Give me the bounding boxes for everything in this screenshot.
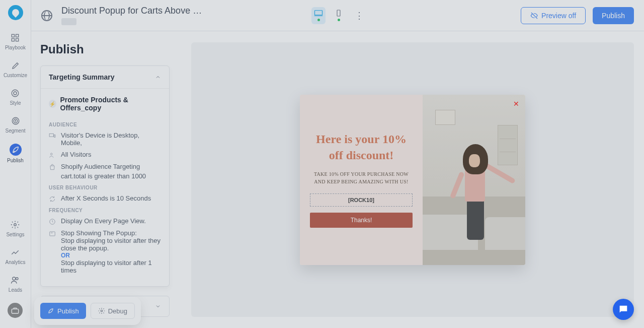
left-rail: Playbook Customize Style Segment Publish… [0, 0, 31, 328]
line-text: Display On Every Page View. [61, 217, 146, 225]
preview-canvas: Here is your 10% off discount! Take 10% … [191, 42, 634, 317]
line-text: Visitor's Device is Desktop, Mobile, [61, 132, 161, 147]
targeting-summary-header[interactable]: Targeting Summary [41, 66, 169, 88]
svg-rect-19 [50, 232, 55, 236]
rocket-icon [47, 307, 54, 314]
frequency-display-line: Display On Every Page View. [49, 217, 161, 225]
rocket-icon [10, 144, 22, 156]
svg-point-4 [12, 90, 19, 97]
promo-name: Promote Products & Offers_copy [60, 96, 161, 112]
targeting-card: Targeting Summary ⚡ Promote Products & O… [40, 65, 170, 287]
promo-row: ⚡ Promote Products & Offers_copy [49, 89, 161, 117]
rail-label: Publish [7, 158, 24, 163]
behaviour-after-line: After X Seconds is 10 Seconds [49, 194, 161, 203]
popup-subtitle: Take 10% off your purchase now and keep … [310, 170, 413, 185]
rail-leads[interactable]: Leads [9, 275, 22, 293]
popup-image [423, 95, 525, 265]
discount-popup: Here is your 10% off discount! Take 10% … [300, 95, 525, 265]
line-sub: Stop displaying to visitor after 1 times [61, 259, 161, 274]
rail-label: Analytics [5, 259, 25, 265]
button-label: Preview off [541, 12, 576, 20]
svg-rect-0 [12, 34, 15, 37]
devices-icon [49, 133, 56, 140]
frequency-stop-line: Stop Showing The Popup: Stop displaying … [49, 229, 161, 274]
rail-analytics[interactable]: Analytics [5, 247, 25, 265]
device-mobile[interactable] [332, 7, 346, 24]
chevron-down-icon [155, 303, 161, 309]
button-label: Thanks! [351, 217, 372, 224]
svg-rect-16 [54, 135, 55, 138]
target-icon [11, 116, 21, 126]
svg-rect-15 [49, 134, 53, 137]
svg-rect-13 [315, 11, 323, 15]
svg-point-17 [51, 153, 53, 155]
line-text: Shopify Audience Targeting [61, 163, 146, 170]
audience-device-line: Visitor's Device is Desktop, Mobile, [49, 132, 161, 147]
gear-icon [98, 307, 105, 314]
users-icon [10, 275, 20, 285]
rail-segment[interactable]: Segment [5, 116, 25, 134]
svg-point-11 [16, 278, 19, 280]
briefcase-icon[interactable] [8, 303, 23, 318]
rail-settings[interactable]: Settings [6, 220, 24, 237]
rail-label: Segment [5, 128, 25, 134]
publish-button-top[interactable]: Publish [593, 7, 634, 24]
behaviour-label: USER BEHAVIOUR [49, 185, 161, 190]
bottom-publish-bar: Publish Debug [36, 299, 139, 323]
panel-heading: Publish [40, 42, 170, 56]
svg-point-20 [101, 310, 103, 312]
rail-publish[interactable]: Publish [7, 144, 24, 163]
button-label: Debug [108, 307, 127, 315]
svg-point-8 [15, 120, 16, 121]
card-title: Targeting Summary [49, 73, 114, 81]
rail-label: Leads [9, 287, 22, 293]
line-text: All Visitors [61, 151, 91, 158]
line-text: Stop Showing The Popup: [61, 229, 161, 237]
or-label: OR [61, 252, 161, 259]
rail-customize[interactable]: Customize [4, 60, 27, 78]
publish-panel: Publish Targeting Summary ⚡ Promote Prod… [31, 31, 179, 328]
device-desktop[interactable] [311, 7, 326, 24]
top-bar: Discount Popup for Carts Above a Sp... ⋮… [31, 0, 644, 31]
rail-label: Settings [6, 232, 24, 237]
grid-icon [10, 33, 20, 43]
rail-label: Style [10, 100, 21, 106]
popup-cta-button[interactable]: Thanks! [310, 213, 413, 228]
gear-icon [10, 220, 20, 230]
debug-button[interactable]: Debug [91, 303, 135, 319]
svg-rect-14 [337, 10, 340, 16]
app-logo[interactable] [8, 5, 23, 20]
preview-off-button[interactable]: Preview off [521, 7, 586, 24]
svg-point-9 [14, 224, 17, 226]
rail-style[interactable]: Style [10, 88, 21, 106]
rail-label: Playbook [5, 45, 26, 50]
bag-icon [49, 164, 56, 171]
svg-point-7 [14, 119, 18, 123]
button-label: Publish [57, 307, 79, 315]
svg-rect-12 [12, 309, 19, 313]
page-title: Discount Popup for Carts Above a Sp... [61, 6, 202, 16]
chevron-up-icon [155, 74, 161, 80]
globe-icon[interactable] [41, 10, 52, 21]
line-sub: Stop displaying to visitor after they cl… [61, 237, 161, 252]
line-text: After X Seconds is 10 Seconds [61, 194, 151, 202]
button-label: Publish [602, 12, 625, 20]
rail-label: Customize [4, 73, 27, 78]
bolt-icon: ⚡ [49, 100, 56, 108]
device-switcher: ⋮ [311, 7, 364, 24]
users-icon [49, 152, 56, 159]
svg-rect-1 [16, 34, 19, 37]
title-status [61, 18, 76, 25]
status-dot [338, 19, 340, 21]
popup-close-icon[interactable]: ✕ [513, 100, 519, 108]
more-menu-icon[interactable]: ⋮ [355, 10, 364, 21]
publish-button-bottom[interactable]: Publish [40, 303, 86, 319]
rail-playbook[interactable]: Playbook [5, 33, 26, 50]
svg-point-6 [12, 117, 19, 124]
chat-fab[interactable] [613, 299, 634, 320]
popup-code[interactable]: [ROCK10] [310, 193, 413, 207]
popup-content: Here is your 10% off discount! Take 10% … [300, 95, 423, 265]
audience-label: AUDIENCE [49, 122, 161, 127]
frequency-label: FREQUENCY [49, 208, 161, 213]
status-dot [317, 19, 320, 21]
